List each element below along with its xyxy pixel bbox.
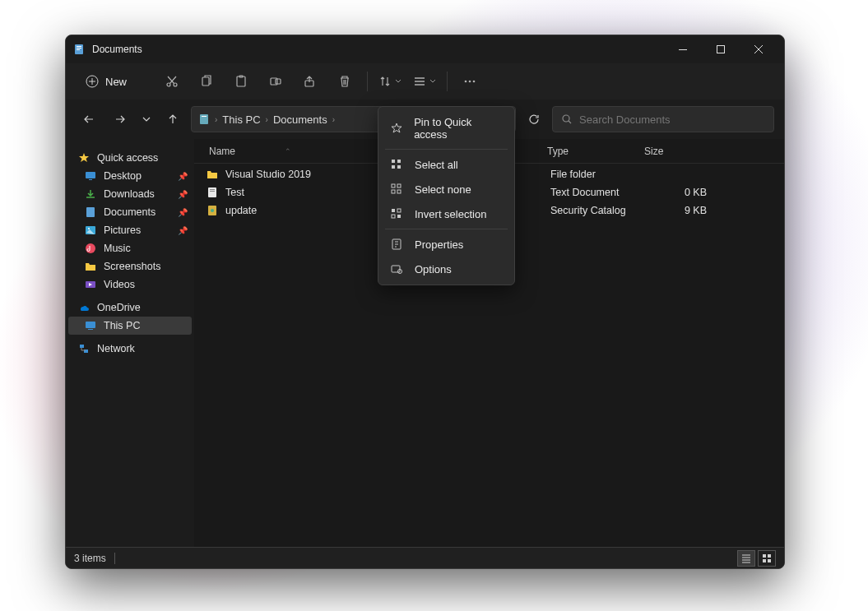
menu-select-all[interactable]: Select all <box>382 152 511 177</box>
column-type[interactable]: Type <box>541 146 638 157</box>
pin-icon: 📌 <box>178 226 188 235</box>
svg-rect-1 <box>77 46 81 47</box>
menu-label: Select all <box>415 159 458 171</box>
item-count: 3 items <box>74 553 106 564</box>
svg-point-16 <box>469 81 471 83</box>
sort-button[interactable] <box>374 67 406 96</box>
document-icon <box>84 206 97 219</box>
pictures-icon <box>84 224 97 237</box>
sidebar-item-screenshots[interactable]: Screenshots <box>66 257 194 275</box>
file-size: 9 KB <box>649 205 707 216</box>
forward-button[interactable] <box>107 106 133 132</box>
breadcrumb-this-pc[interactable]: This PC <box>222 113 260 126</box>
share-button[interactable] <box>295 67 326 96</box>
search-input[interactable] <box>579 113 765 126</box>
svg-rect-50 <box>397 209 401 212</box>
svg-rect-46 <box>397 184 401 187</box>
file-type: Text Document <box>550 187 649 198</box>
sidebar-label: Downloads <box>104 188 155 200</box>
file-type: Security Catalog <box>550 205 649 216</box>
back-button[interactable] <box>76 106 102 132</box>
svg-point-17 <box>473 81 476 83</box>
up-button[interactable] <box>160 106 186 132</box>
svg-rect-23 <box>86 207 95 217</box>
new-button-label: New <box>105 76 127 88</box>
invert-icon <box>390 207 403 220</box>
menu-properties[interactable]: Properties <box>382 232 511 257</box>
menu-label: Invert selection <box>415 208 486 220</box>
search-box[interactable] <box>552 106 774 132</box>
properties-icon <box>390 238 403 251</box>
svg-rect-29 <box>88 329 93 330</box>
svg-rect-54 <box>392 266 400 272</box>
new-button[interactable]: New <box>76 70 137 93</box>
svg-rect-13 <box>276 79 281 84</box>
menu-options[interactable]: Options <box>382 257 511 281</box>
star-icon <box>77 151 91 164</box>
sidebar-label: OneDrive <box>97 302 141 313</box>
rename-button[interactable] <box>260 67 291 96</box>
file-type: File folder <box>550 169 649 180</box>
folder-icon <box>206 168 219 181</box>
thumbnails-view-button[interactable] <box>758 550 776 567</box>
sidebar-quick-access[interactable]: Quick access <box>66 149 194 167</box>
refresh-button[interactable] <box>521 106 547 132</box>
select-none-icon <box>390 183 403 196</box>
menu-pin-to-quick-access[interactable]: Pin to Quick access <box>382 110 511 146</box>
sidebar-item-downloads[interactable]: Downloads📌 <box>66 185 194 203</box>
sidebar-item-documents[interactable]: Documents📌 <box>66 203 194 221</box>
more-button[interactable] <box>454 67 485 96</box>
toolbar: New <box>66 63 784 100</box>
desktop-icon <box>84 169 97 183</box>
document-icon <box>72 43 86 56</box>
maximize-button[interactable] <box>702 35 740 63</box>
svg-rect-30 <box>80 345 84 348</box>
history-dropdown[interactable] <box>138 106 155 132</box>
chevron-right-icon: › <box>332 115 335 124</box>
sidebar-network[interactable]: Network <box>66 340 194 358</box>
music-icon <box>84 242 97 255</box>
svg-rect-3 <box>77 49 80 50</box>
details-view-button[interactable] <box>737 550 755 567</box>
menu-label: Properties <box>415 238 463 251</box>
svg-rect-28 <box>86 322 95 328</box>
column-name[interactable]: Name⌃ <box>194 146 339 157</box>
svg-rect-45 <box>392 184 395 187</box>
svg-rect-2 <box>77 48 81 49</box>
menu-label: Pin to Quick access <box>414 116 503 141</box>
network-icon <box>77 342 91 355</box>
svg-rect-37 <box>763 554 766 558</box>
svg-rect-21 <box>86 172 95 178</box>
delete-button[interactable] <box>329 67 360 96</box>
star-icon <box>390 122 402 135</box>
copy-button[interactable] <box>191 67 222 96</box>
breadcrumb-documents[interactable]: Documents <box>273 113 327 126</box>
svg-rect-9 <box>202 77 209 86</box>
menu-invert-selection[interactable]: Invert selection <box>382 201 511 226</box>
sidebar-item-pictures[interactable]: Pictures📌 <box>66 221 194 239</box>
sidebar-this-pc[interactable]: This PC <box>68 317 192 335</box>
svg-point-20 <box>563 115 569 122</box>
svg-rect-10 <box>237 76 245 86</box>
sidebar-item-music[interactable]: Music <box>66 239 194 257</box>
svg-point-7 <box>167 83 170 86</box>
paste-button[interactable] <box>225 67 257 96</box>
column-size[interactable]: Size <box>638 146 702 157</box>
sidebar-item-desktop[interactable]: Desktop📌 <box>66 167 194 185</box>
download-icon <box>84 187 97 201</box>
sidebar-label: Quick access <box>97 152 158 164</box>
svg-rect-19 <box>202 116 207 117</box>
sidebar-label: Documents <box>104 206 155 218</box>
view-button[interactable] <box>409 67 440 96</box>
svg-rect-38 <box>768 554 771 558</box>
close-button[interactable] <box>740 35 777 63</box>
sidebar-label: Screenshots <box>104 261 160 272</box>
svg-rect-44 <box>397 165 401 169</box>
cut-button[interactable] <box>156 67 188 96</box>
menu-select-none[interactable]: Select none <box>382 177 511 201</box>
sidebar-item-videos[interactable]: Videos <box>66 275 194 294</box>
pc-icon <box>84 319 97 332</box>
svg-rect-48 <box>397 190 401 193</box>
minimize-button[interactable] <box>664 35 702 63</box>
sidebar-onedrive[interactable]: OneDrive <box>66 299 194 317</box>
